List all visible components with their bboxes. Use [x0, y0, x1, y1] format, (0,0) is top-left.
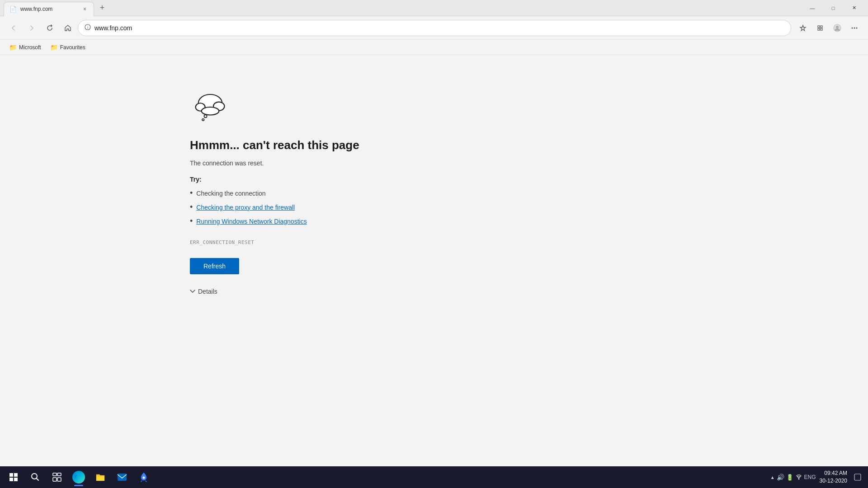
svg-rect-25 [57, 478, 61, 481]
refresh-button[interactable]: Refresh [190, 258, 239, 274]
tab-title: www.fnp.com [20, 6, 78, 12]
collections-button[interactable] [812, 20, 828, 36]
svg-text:i: i [87, 25, 88, 30]
svg-point-16 [202, 119, 204, 121]
navigation-bar: i www.fnp.com [0, 16, 868, 40]
favorites-item-favourites-label: Favourites [60, 44, 85, 51]
network-icon [795, 474, 802, 481]
svg-point-15 [204, 115, 207, 117]
taskbar: ▲ 🔊 🔋 ENG 09:42 AM 30-12-2020 [0, 466, 868, 488]
show-hidden-icons[interactable]: ▲ [770, 475, 775, 480]
svg-rect-24 [53, 478, 57, 481]
svg-rect-20 [14, 478, 18, 481]
task-view-button[interactable] [47, 467, 67, 487]
clock[interactable]: 09:42 AM 30-12-2020 [820, 469, 847, 485]
svg-point-10 [856, 27, 858, 28]
svg-rect-22 [53, 473, 57, 476]
try-list: Checking the connection Checking the pro… [190, 188, 307, 230]
close-button[interactable]: ✕ [844, 0, 864, 16]
battery-icon: 🔋 [786, 474, 793, 481]
favorites-bar: 📁 Microsoft 📁 Favourites [0, 40, 868, 55]
svg-rect-5 [821, 28, 822, 30]
home-button[interactable] [60, 20, 76, 36]
try-item-diagnostics-link[interactable]: Running Windows Network Diagnostics [196, 218, 307, 225]
error-subtext: The connection was reset. [190, 160, 264, 167]
browser-window: 📄 www.fnp.com × + — □ ✕ i [0, 0, 868, 488]
notification-button[interactable] [851, 467, 864, 487]
taskbar-explorer-button[interactable] [90, 467, 110, 487]
chevron-down-icon [190, 288, 195, 295]
svg-rect-17 [9, 473, 13, 477]
try-item-proxy-link[interactable]: Checking the proxy and the firewall [196, 204, 295, 211]
error-heading: Hmmm... can't reach this page [190, 138, 359, 152]
svg-rect-4 [818, 28, 820, 30]
forward-button[interactable] [24, 20, 40, 36]
taskbar-mail-button[interactable] [112, 467, 132, 487]
title-bar: 📄 www.fnp.com × + — □ ✕ [0, 0, 868, 16]
page-content: Hmmm... can't reach this page The connec… [0, 55, 868, 488]
svg-rect-3 [821, 26, 822, 28]
svg-point-8 [852, 27, 853, 28]
svg-rect-26 [118, 474, 127, 481]
svg-rect-29 [854, 474, 861, 480]
language-indicator[interactable]: ENG [804, 474, 816, 480]
maximize-button[interactable]: □ [823, 0, 844, 16]
favorites-item-microsoft-label: Microsoft [19, 44, 41, 51]
try-item-diagnostics: Running Windows Network Diagnostics [190, 216, 307, 226]
volume-icon[interactable]: 🔊 [777, 474, 784, 481]
profile-button[interactable] [829, 20, 845, 36]
clock-time: 09:42 AM [820, 469, 847, 477]
svg-rect-23 [57, 473, 61, 476]
edge-logo-icon [72, 471, 85, 483]
tab-strip: 📄 www.fnp.com × + [4, 0, 802, 16]
svg-point-7 [836, 26, 839, 28]
window-controls: — □ ✕ [802, 0, 864, 16]
taskbar-store-button[interactable] [134, 467, 154, 487]
taskbar-edge-button[interactable] [69, 467, 89, 487]
url-text: www.fnp.com [94, 24, 784, 32]
favorites-button[interactable] [795, 20, 811, 36]
system-tray: ▲ 🔊 🔋 ENG 09:42 AM 30-12-2020 [770, 467, 864, 487]
new-tab-button[interactable]: + [96, 2, 108, 14]
search-button[interactable] [25, 467, 45, 487]
cloud-icon [190, 91, 231, 125]
svg-point-9 [854, 27, 855, 28]
svg-point-14 [202, 107, 219, 115]
svg-point-21 [32, 474, 37, 479]
settings-menu-button[interactable] [846, 20, 863, 36]
svg-point-27 [143, 477, 145, 479]
error-container: Hmmm... can't reach this page The connec… [190, 91, 359, 295]
browser-tab[interactable]: 📄 www.fnp.com × [4, 2, 94, 16]
try-item-proxy: Checking the proxy and the firewall [190, 202, 307, 212]
start-button[interactable] [4, 467, 24, 487]
reload-button[interactable] [42, 20, 58, 36]
minimize-button[interactable]: — [802, 0, 823, 16]
folder-icon: 📁 [9, 44, 17, 51]
details-label: Details [198, 288, 217, 295]
folder-icon: 📁 [50, 44, 58, 51]
clock-date: 30-12-2020 [820, 477, 847, 485]
tab-close-button[interactable]: × [81, 5, 88, 13]
nav-right-buttons [795, 20, 863, 36]
error-code: ERR_CONNECTION_RESET [190, 239, 254, 245]
favorites-item-favourites[interactable]: 📁 Favourites [47, 42, 89, 53]
system-icons: ▲ 🔊 🔋 ENG [770, 474, 816, 481]
security-icon: i [85, 24, 91, 32]
address-bar[interactable]: i www.fnp.com [78, 20, 791, 36]
back-button[interactable] [5, 20, 22, 36]
tab-favicon: 📄 [9, 6, 17, 13]
svg-point-28 [798, 478, 799, 479]
try-item-connection-text: Checking the connection [196, 190, 265, 197]
try-label: Try: [190, 176, 202, 183]
svg-rect-19 [9, 478, 13, 481]
details-toggle[interactable]: Details [190, 288, 217, 295]
svg-rect-18 [14, 473, 18, 477]
try-item-connection: Checking the connection [190, 188, 307, 198]
svg-rect-2 [818, 26, 820, 28]
favorites-item-microsoft[interactable]: 📁 Microsoft [5, 42, 45, 53]
